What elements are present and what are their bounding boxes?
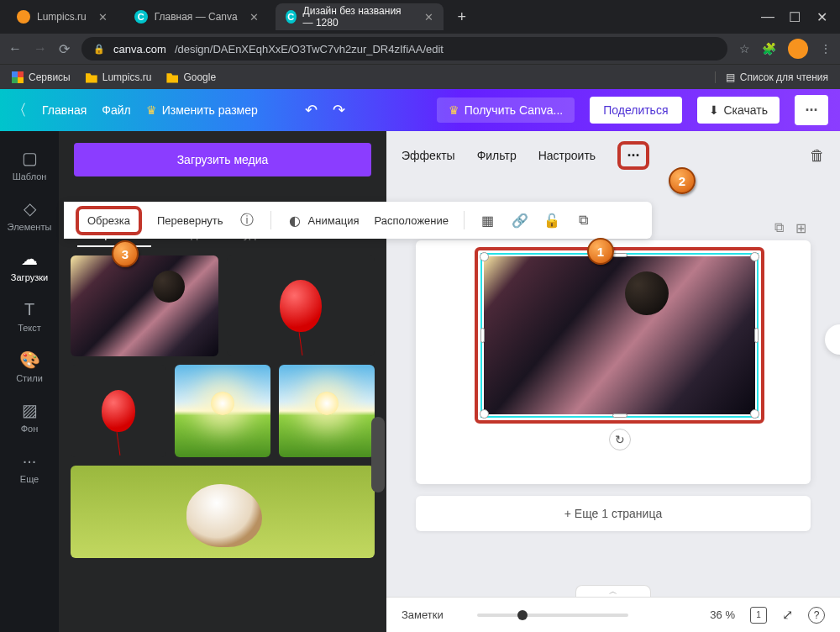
tab-title: Lumpics.ru — [37, 11, 87, 23]
resize-handle-tl[interactable] — [480, 252, 489, 261]
thumb-dog[interactable] — [71, 466, 375, 558]
close-icon[interactable]: ✕ — [816, 9, 827, 25]
help-float-button[interactable] — [825, 324, 840, 355]
back-home-icon[interactable]: 〈 — [12, 100, 27, 120]
redo-icon[interactable]: ↷ — [333, 101, 345, 119]
apps-bookmark[interactable]: Сервисы — [12, 71, 71, 83]
adjust-button[interactable]: Настроить — [538, 149, 596, 162]
add-page-button[interactable]: + Еще 1 страница — [416, 496, 811, 531]
fullscreen-icon[interactable]: ⤢ — [782, 607, 793, 623]
annotation-marker-2: 2 — [669, 167, 696, 194]
footer-bar: Заметки 36 % 1 ⤢ ? — [386, 597, 840, 632]
menu-icon[interactable]: ⋮ — [820, 42, 832, 55]
profile-avatar[interactable] — [788, 39, 808, 59]
resize-handle-bl[interactable] — [480, 409, 489, 419]
thumb-sunrise-1[interactable] — [175, 365, 270, 457]
rotate-handle[interactable]: ↻ — [609, 429, 631, 450]
crop-button[interactable]: Обрезка — [76, 206, 142, 235]
rail-styles[interactable]: 🎨Стили — [0, 341, 59, 392]
apps-icon — [12, 71, 24, 83]
lock-icon[interactable]: 🔓 — [543, 213, 560, 229]
lock-icon: 🔒 — [93, 44, 105, 55]
favicon-canva: C — [286, 10, 297, 24]
forward-icon[interactable]: → — [34, 41, 47, 56]
more-icon: ··· — [19, 450, 39, 471]
download-button[interactable]: ⬇Скачать — [697, 97, 780, 124]
favicon-canva: C — [134, 10, 148, 24]
close-tab-icon[interactable]: ✕ — [98, 11, 108, 24]
rail-background[interactable]: ▨Фон — [0, 392, 59, 442]
rail-uploads[interactable]: ☁Загрузки — [0, 240, 59, 291]
url-host: canva.com — [113, 43, 166, 55]
filter-button[interactable]: Фильтр — [477, 149, 517, 162]
resize-handle-left[interactable] — [480, 328, 485, 343]
back-icon[interactable]: ← — [8, 41, 22, 56]
undo-icon[interactable]: ↶ — [305, 101, 318, 119]
zoom-slider[interactable] — [477, 614, 628, 617]
url-input[interactable]: 🔒 canva.com/design/DAEnXEqhXxE/O3TwC7vh2… — [81, 37, 727, 61]
share-button[interactable]: Поделиться — [590, 97, 681, 124]
bookmark-google[interactable]: Google — [166, 71, 216, 83]
rail-text[interactable]: TТекст — [0, 291, 59, 341]
close-tab-icon[interactable]: ✕ — [249, 11, 259, 24]
toolbar-more-button[interactable]: ··· — [617, 141, 649, 170]
thumbnail-grid — [59, 255, 386, 558]
upload-media-button[interactable]: Загрузить медиа — [74, 143, 371, 176]
list-icon: ▤ — [726, 71, 735, 83]
tab-canva-design[interactable]: C Дизайн без названия — 1280 ✕ — [276, 3, 444, 30]
reload-icon[interactable]: ⟳ — [59, 41, 70, 57]
transparency-icon[interactable]: ▦ — [480, 213, 496, 229]
bookmark-lumpics[interactable]: Lumpics.ru — [86, 71, 152, 83]
animation-button[interactable]: ◐Анимация — [286, 213, 360, 229]
rail-templates[interactable]: ▢Шаблон — [0, 140, 59, 190]
position-button[interactable]: Расположение — [375, 214, 449, 227]
browser-tab-strip: Lumpics.ru ✕ C Главная — Canva ✕ C Дизай… — [0, 0, 840, 34]
tab-lumpics[interactable]: Lumpics.ru ✕ — [7, 3, 118, 30]
home-button[interactable]: Главная — [42, 103, 87, 117]
duplicate-page-icon[interactable]: ⧉ — [774, 220, 784, 236]
resize-handle-tr[interactable] — [750, 252, 759, 261]
notes-button[interactable]: Заметки — [402, 608, 444, 621]
new-tab-button[interactable]: + — [450, 5, 474, 29]
resize-button[interactable]: ♛Изменить размер — [146, 103, 258, 117]
link-icon[interactable]: 🔗 — [512, 213, 528, 229]
resize-handle-bottom[interactable] — [612, 413, 627, 418]
maximize-icon[interactable]: ☐ — [790, 9, 800, 25]
resize-handle-br[interactable] — [750, 409, 759, 419]
selected-image[interactable]: ↻ — [475, 247, 764, 424]
copy-icon[interactable]: ⧉ — [575, 213, 592, 228]
page-tools: ⧉ ⊞ — [774, 220, 806, 236]
tab-title: Дизайн без названия — 1280 — [303, 5, 412, 29]
thumb-sunrise-2[interactable] — [279, 365, 375, 457]
info-icon[interactable]: ⓘ — [239, 212, 255, 229]
rail-elements[interactable]: ◇Элементы — [0, 190, 59, 240]
effects-button[interactable]: Эффекты — [402, 149, 455, 162]
panel-scrollbar[interactable] — [371, 417, 385, 492]
trash-icon[interactable]: 🗑 — [810, 147, 825, 165]
resize-handle-top[interactable] — [612, 253, 627, 257]
zoom-thumb[interactable] — [517, 610, 528, 620]
add-page-icon[interactable]: ⊞ — [795, 220, 806, 236]
pages-collapse-button[interactable]: ︿ — [575, 585, 651, 597]
extension-icon[interactable]: 🧩 — [762, 42, 776, 55]
page-count-icon[interactable]: 1 — [750, 607, 767, 624]
star-icon[interactable]: ☆ — [739, 42, 750, 55]
text-icon: T — [19, 299, 39, 319]
tab-canva-home[interactable]: C Главная — Canva ✕ — [124, 3, 269, 30]
canvas-page[interactable]: ↻ — [416, 240, 811, 484]
thumb-balloon-large[interactable] — [227, 255, 375, 356]
reading-list-button[interactable]: ▤Список для чтения — [715, 71, 828, 83]
close-tab-icon[interactable]: ✕ — [424, 11, 433, 24]
rail-more[interactable]: ···Еще — [0, 442, 59, 492]
templates-icon: ▢ — [19, 148, 39, 168]
thumb-space[interactable] — [71, 255, 218, 356]
resize-handle-right[interactable] — [754, 328, 759, 343]
flip-button[interactable]: Перевернуть — [157, 214, 223, 227]
get-canva-button[interactable]: ♛Получить Canva... — [437, 97, 575, 123]
canva-header: 〈 Главная Файл ♛Изменить размер ↶ ↷ ♛Пол… — [0, 89, 840, 131]
file-button[interactable]: Файл — [102, 103, 130, 117]
minimize-icon[interactable]: — — [763, 9, 773, 25]
header-more-button[interactable]: ··· — [795, 95, 828, 125]
thumb-balloon-small[interactable] — [71, 365, 166, 457]
help-icon[interactable]: ? — [808, 607, 825, 624]
